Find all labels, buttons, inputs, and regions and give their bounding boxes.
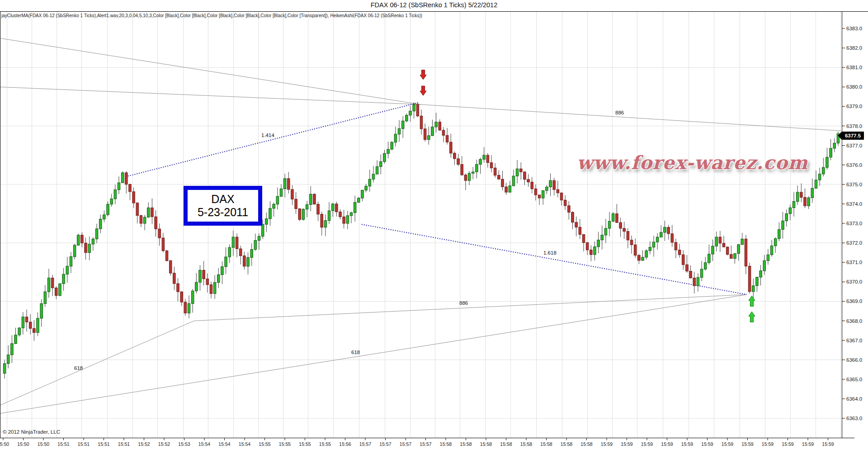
svg-text:15:54: 15:54 — [239, 441, 250, 447]
svg-text:15:58: 15:58 — [480, 441, 492, 447]
svg-text:6379.0: 6379.0 — [846, 104, 862, 109]
svg-text:15:52: 15:52 — [158, 441, 170, 447]
svg-text:15:58: 15:58 — [500, 441, 512, 447]
svg-text:6378.0: 6378.0 — [846, 123, 862, 129]
svg-text:15:59: 15:59 — [822, 441, 834, 447]
fib-label-618-mid[interactable]: 618 — [351, 350, 360, 355]
svg-text:15:54: 15:54 — [198, 441, 210, 447]
svg-text:15:59: 15:59 — [661, 441, 673, 447]
chart-text-callout[interactable]: DAX 5-23-2011 — [184, 186, 262, 226]
svg-text:15:55: 15:55 — [279, 441, 291, 447]
ninjatrader-copyright: © 2012 NinjaTrader, LLC — [3, 429, 60, 435]
fib-label-886-top[interactable]: 886 — [615, 110, 624, 115]
svg-text:15:58: 15:58 — [561, 441, 572, 447]
svg-text:6375.0: 6375.0 — [846, 182, 862, 187]
svg-text:15:57: 15:57 — [420, 441, 431, 447]
svg-text:15:55: 15:55 — [299, 441, 311, 447]
chart-canvas[interactable]: 6383.06382.06381.06380.06379.06378.06377… — [0, 0, 868, 459]
svg-text:6380.0: 6380.0 — [846, 84, 862, 90]
svg-text:15:55: 15:55 — [319, 441, 331, 447]
svg-text:15:59: 15:59 — [701, 441, 713, 447]
svg-text:6367.0: 6367.0 — [846, 338, 862, 343]
svg-text:15:59: 15:59 — [762, 441, 774, 447]
svg-text:15:56: 15:56 — [339, 441, 351, 447]
svg-text:15:54: 15:54 — [218, 441, 230, 447]
svg-text:6366.0: 6366.0 — [846, 357, 862, 363]
svg-text:15:51: 15:51 — [78, 441, 90, 447]
indicator-parameters-label: jayClusterMA(FDAX 06-12 (SbSRenko 1 Tick… — [1, 13, 422, 18]
svg-text:6377.0: 6377.0 — [846, 143, 862, 148]
svg-text:6363.0: 6363.0 — [846, 416, 862, 421]
svg-text:15:50: 15:50 — [38, 441, 49, 447]
svg-text:6368.0: 6368.0 — [846, 318, 862, 324]
svg-text:15:50: 15:50 — [0, 441, 9, 447]
svg-text:15:51: 15:51 — [57, 441, 69, 447]
svg-text:15:58: 15:58 — [580, 441, 592, 447]
price-marker-arrow-icon — [838, 132, 842, 140]
svg-text:15:59: 15:59 — [722, 441, 733, 447]
svg-text:15:52: 15:52 — [138, 441, 150, 447]
svg-text:15:59: 15:59 — [601, 441, 613, 447]
svg-text:15:57: 15:57 — [379, 441, 391, 447]
svg-text:15:59: 15:59 — [641, 441, 653, 447]
svg-text:15:50: 15:50 — [17, 441, 29, 447]
svg-text:6365.0: 6365.0 — [846, 377, 862, 382]
svg-text:15:58: 15:58 — [520, 441, 532, 447]
svg-text:6381.0: 6381.0 — [846, 65, 862, 70]
svg-text:6373.0: 6373.0 — [846, 221, 862, 226]
svg-text:15:59: 15:59 — [681, 441, 693, 447]
svg-text:6372.0: 6372.0 — [846, 240, 862, 246]
svg-text:15:57: 15:57 — [359, 441, 371, 447]
svg-text:6370.0: 6370.0 — [846, 279, 862, 284]
fib-label-1618[interactable]: 1.618 — [543, 250, 557, 256]
svg-text:15:58: 15:58 — [440, 441, 452, 447]
svg-text:6376.0: 6376.0 — [846, 162, 862, 168]
price-marker-value: 6377.5 — [842, 132, 864, 140]
fib-label-1414[interactable]: 1.414 — [261, 132, 274, 138]
svg-text:6369.0: 6369.0 — [846, 298, 862, 304]
svg-text:6364.0: 6364.0 — [846, 396, 862, 402]
watermark-text: www.forex-warez.com — [577, 152, 812, 174]
chart-title: FDAX 06-12 (SbSRenko 1 Ticks) 5/22/2012 — [0, 1, 868, 9]
fib-label-886-low[interactable]: 886 — [459, 300, 468, 306]
svg-text:15:59: 15:59 — [802, 441, 814, 447]
callout-line1: DAX — [211, 193, 234, 206]
svg-text:15:53: 15:53 — [178, 441, 190, 447]
svg-text:15:59: 15:59 — [741, 441, 753, 447]
svg-text:15:59: 15:59 — [782, 441, 793, 447]
svg-text:15:59: 15:59 — [621, 441, 632, 447]
svg-text:15:58: 15:58 — [460, 441, 472, 447]
svg-text:15:51: 15:51 — [98, 441, 109, 447]
svg-text:15:58: 15:58 — [540, 441, 552, 447]
svg-text:15:55: 15:55 — [259, 441, 270, 447]
callout-line2: 5-23-2011 — [198, 206, 248, 219]
svg-text:6382.0: 6382.0 — [846, 45, 862, 51]
fib-label-618-left[interactable]: 618 — [74, 365, 83, 371]
svg-text:15:51: 15:51 — [118, 441, 130, 447]
svg-text:6383.0: 6383.0 — [846, 26, 862, 31]
svg-text:6371.0: 6371.0 — [846, 260, 862, 265]
last-price-marker: 6377.5 — [838, 132, 864, 140]
svg-text:15:57: 15:57 — [400, 441, 411, 447]
svg-text:6374.0: 6374.0 — [846, 201, 862, 207]
